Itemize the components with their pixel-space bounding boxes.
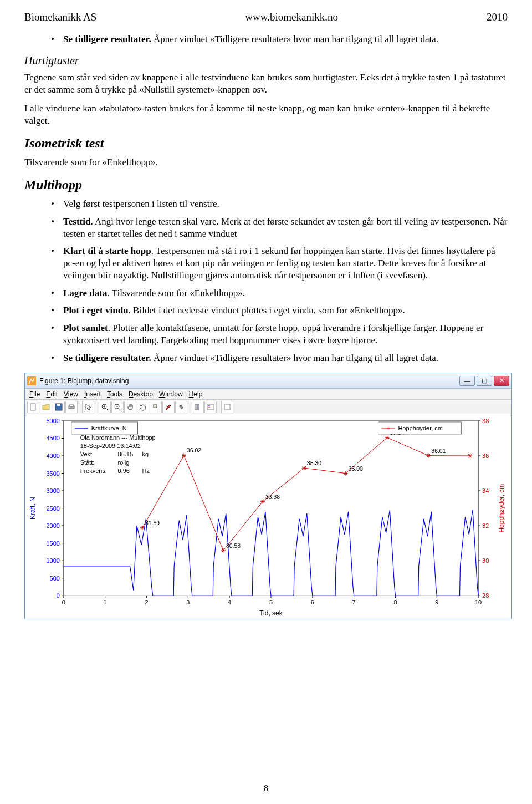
print-button[interactable] <box>65 401 78 413</box>
svg-text:38: 38 <box>482 418 489 424</box>
svg-rect-13 <box>154 405 157 408</box>
svg-rect-15 <box>195 404 197 410</box>
bullet-klart-label: Klart til å starte hopp <box>63 246 151 256</box>
svg-text:6: 6 <box>311 599 314 606</box>
svg-text:3000: 3000 <box>46 488 59 495</box>
header-left: Biomekanikk AS <box>24 11 96 23</box>
new-figure-button[interactable] <box>27 401 39 413</box>
svg-text:9: 9 <box>435 599 438 606</box>
svg-text:Kraftkurve, N: Kraftkurve, N <box>91 425 127 431</box>
bullet-testtid-text: . Angi hvor lenge testen skal vare. Merk… <box>63 216 507 239</box>
svg-text:Kraft, N: Kraft, N <box>29 497 37 520</box>
svg-text:2500: 2500 <box>46 505 59 512</box>
matlab-figure-icon <box>27 376 36 385</box>
svg-text:36: 36 <box>482 452 489 459</box>
rotate-button[interactable] <box>137 401 149 413</box>
toolbar <box>25 400 511 414</box>
bullet-se-tidligere-label: Se tidligere resultater. <box>63 34 151 44</box>
svg-rect-3 <box>57 404 60 406</box>
svg-text:30: 30 <box>482 558 489 564</box>
bullet-velg-testperson: Velg først testpersonen i listen til ven… <box>51 198 508 210</box>
svg-text:rolig: rolig <box>118 459 130 466</box>
svg-text:33.38: 33.38 <box>265 494 280 500</box>
menubar: File Edit View Insert Tools Desktop Wind… <box>25 389 511 400</box>
brush-button[interactable] <box>162 401 175 413</box>
svg-text:2000: 2000 <box>46 523 59 530</box>
svg-text:500: 500 <box>50 575 60 582</box>
hide-tools-button[interactable] <box>221 401 233 413</box>
svg-text:35.30: 35.30 <box>307 461 321 467</box>
svg-rect-17 <box>207 404 214 410</box>
figure-window: Figure 1: Biojump, datavisning — ▢ ✕ Fil… <box>24 373 512 619</box>
svg-text:35.00: 35.00 <box>349 466 363 472</box>
bullet-ploteget-text: . Bildet i det nederste vinduet plottes … <box>129 305 405 316</box>
menu-window[interactable]: Window <box>157 390 185 398</box>
zoom-out-button[interactable] <box>111 401 124 413</box>
close-button[interactable]: ✕ <box>494 376 509 386</box>
bullet-ploteget-label: Plot i eget vindu <box>63 305 129 316</box>
hurtigtaster-p2: I alle vinduene kan «tabulator»-tasten b… <box>24 103 508 127</box>
svg-text:36.02: 36.02 <box>187 448 201 454</box>
link-button[interactable] <box>175 401 187 413</box>
svg-text:32: 32 <box>482 523 489 530</box>
zoom-in-button[interactable] <box>99 401 111 413</box>
bullet-testtid-label: Testtid <box>63 216 90 227</box>
bullet-plotsamlet-text: . Plotter alle kontaktfasene, unntatt fo… <box>63 323 483 345</box>
svg-text:4000: 4000 <box>46 452 59 459</box>
menu-help[interactable]: Help <box>187 390 205 398</box>
maximize-button[interactable]: ▢ <box>477 376 492 386</box>
menu-tools[interactable]: Tools <box>105 390 125 398</box>
svg-rect-1 <box>30 404 35 410</box>
svg-text:Frekvens:: Frekvens: <box>80 467 107 474</box>
bullet-plot-samlet: Plot samlet. Plotter alle kontaktfasene,… <box>51 322 508 347</box>
bullet-se-tidligere-text: Åpner vinduet «Tidligere resultater» hvo… <box>151 34 438 44</box>
menu-edit[interactable]: Edit <box>44 390 60 398</box>
page-number: 8 <box>0 783 532 794</box>
menu-file[interactable]: File <box>27 390 42 398</box>
svg-text:Ola Nordmann --- Multihopp: Ola Nordmann --- Multihopp <box>80 434 156 441</box>
bullet-se-tidligere-2: Se tidligere resultater. Åpner vinduet «… <box>51 352 508 364</box>
svg-rect-20 <box>224 404 230 410</box>
colorbar-button[interactable] <box>192 401 204 413</box>
header-right: 2010 <box>487 11 508 23</box>
header-center: www.biomekanikk.no <box>245 11 338 23</box>
menu-insert[interactable]: Insert <box>82 390 103 398</box>
svg-text:1500: 1500 <box>46 540 59 547</box>
bullet-se-tidligere: Se tidligere resultater. Åpner vinduet «… <box>51 33 508 45</box>
svg-rect-0 <box>27 376 36 385</box>
svg-text:10: 10 <box>475 599 482 606</box>
bullet-testtid: Testtid. Angi hvor lenge testen skal var… <box>51 216 508 240</box>
svg-text:0: 0 <box>62 599 65 606</box>
svg-text:1: 1 <box>104 599 107 606</box>
bullet-plot-eget: Plot i eget vindu. Bildet i det nederste… <box>51 304 508 317</box>
legend-button[interactable] <box>204 401 217 413</box>
svg-text:Hz: Hz <box>142 467 150 474</box>
titlebar[interactable]: Figure 1: Biojump, datavisning — ▢ ✕ <box>25 373 511 389</box>
svg-text:kg: kg <box>142 451 149 457</box>
page-header: Biomekanikk AS www.biomekanikk.no 2010 <box>24 11 508 23</box>
bullet-klart-starte: Klart til å starte hopp. Testpersonen må… <box>51 245 508 281</box>
minimize-button[interactable]: — <box>459 376 475 386</box>
svg-text:4: 4 <box>228 599 231 606</box>
pointer-button[interactable] <box>82 401 94 413</box>
isometrisk-p: Tilsvarende som for «Enkelthopp». <box>24 156 508 169</box>
bullet-lagre-label: Lagre data <box>63 288 108 298</box>
svg-line-7 <box>106 408 108 410</box>
svg-line-14 <box>156 408 158 410</box>
plot-area[interactable]: 0500100015002000250030003500400045005000… <box>25 414 511 619</box>
pan-button[interactable] <box>124 401 136 413</box>
heading-multihopp: Multihopp <box>24 177 508 192</box>
data-cursor-button[interactable] <box>150 401 162 413</box>
svg-text:3: 3 <box>186 599 190 606</box>
hurtigtaster-p1: Tegnene som står ved siden av knappene i… <box>24 72 508 96</box>
menu-view[interactable]: View <box>62 390 80 398</box>
bullet-setidl-label: Se tidligere resultater. <box>63 353 151 363</box>
bullet-setidl-text: Åpner vinduet «Tidligere resultater» hvo… <box>151 353 438 363</box>
svg-text:0.96: 0.96 <box>118 467 130 474</box>
save-button[interactable] <box>53 401 65 413</box>
bullet-plotsamlet-label: Plot samlet <box>63 323 108 333</box>
svg-rect-5 <box>70 404 73 406</box>
svg-line-11 <box>119 408 121 410</box>
menu-desktop[interactable]: Desktop <box>126 390 155 398</box>
open-button[interactable] <box>40 401 52 413</box>
